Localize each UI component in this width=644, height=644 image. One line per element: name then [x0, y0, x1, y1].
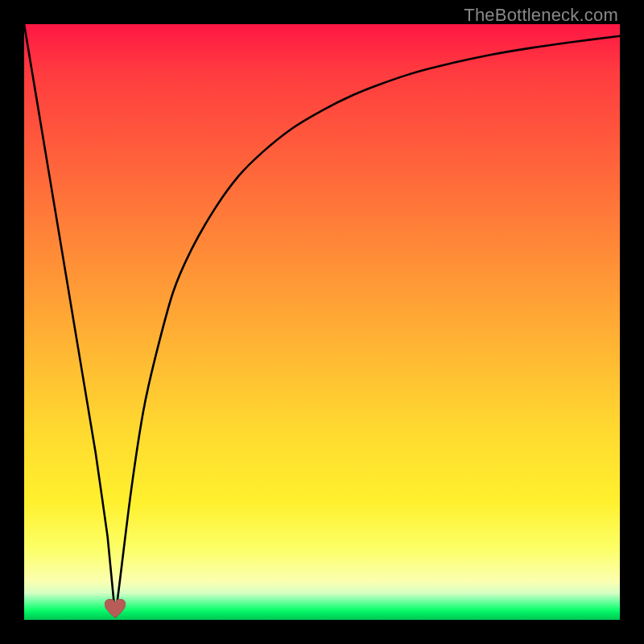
watermark-text: TheBottleneck.com — [464, 5, 618, 26]
bottleneck-curve — [24, 24, 620, 620]
chart-frame: TheBottleneck.com — [0, 0, 644, 644]
heart-icon — [105, 599, 126, 618]
plot-area — [24, 24, 620, 620]
